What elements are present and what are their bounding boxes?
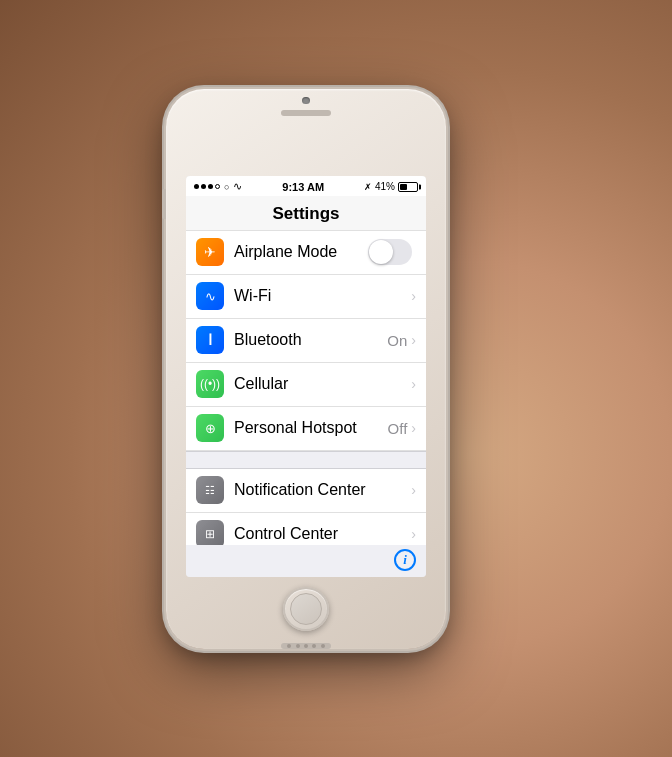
- home-button[interactable]: [283, 587, 329, 631]
- airplane-mode-icon: ✈: [196, 238, 224, 266]
- wifi-icon-glyph: ∿: [205, 289, 216, 304]
- iphone-device: ○ ∿ 9:13 AM ✗ 41% Settings: [166, 89, 446, 649]
- hotspot-row[interactable]: ⊕ Personal Hotspot Off ›: [186, 407, 426, 451]
- bottom-speaker: [281, 643, 331, 649]
- cellular-chevron: ›: [411, 376, 416, 392]
- info-button[interactable]: i: [394, 549, 416, 571]
- hotspot-label: Personal Hotspot: [234, 419, 388, 437]
- wifi-row[interactable]: ∿ Wi-Fi ›: [186, 275, 426, 319]
- notification-icon: ☷: [196, 476, 224, 504]
- signal-dot-1: [194, 184, 199, 189]
- bluetooth-chevron: ›: [411, 332, 416, 348]
- notification-chevron: ›: [411, 482, 416, 498]
- airplane-icon-glyph: ✈: [204, 244, 216, 260]
- status-right: ✗ 41%: [364, 181, 418, 192]
- control-center-row[interactable]: ⊞ Control Center ›: [186, 513, 426, 546]
- hotspot-chevron: ›: [411, 420, 416, 436]
- wifi-label: Wi-Fi: [234, 287, 411, 305]
- control-center-icon-glyph: ⊞: [205, 527, 215, 541]
- wifi-chevron: ›: [411, 288, 416, 304]
- notification-icon-glyph: ☷: [205, 484, 215, 497]
- cellular-row[interactable]: ((•)) Cellular ›: [186, 363, 426, 407]
- page-title: Settings: [186, 196, 426, 231]
- bluetooth-icon-glyph: 𐌉: [208, 331, 212, 349]
- earpiece: [281, 110, 331, 116]
- cellular-label: Cellular: [234, 375, 411, 393]
- bluetooth-label: Bluetooth: [234, 331, 387, 349]
- bluetooth-icon-bg: 𐌉: [196, 326, 224, 354]
- signal-dot-4: [215, 184, 220, 189]
- speaker-holes: [281, 643, 331, 649]
- speaker-hole-5: [321, 644, 325, 648]
- info-icon: i: [403, 552, 407, 568]
- section-divider: [186, 451, 426, 469]
- bluetooth-row[interactable]: 𐌉 Bluetooth On ›: [186, 319, 426, 363]
- battery-percent: 41%: [375, 181, 395, 192]
- airplane-mode-label: Airplane Mode: [234, 243, 368, 261]
- status-bar: ○ ∿ 9:13 AM ✗ 41%: [186, 176, 426, 196]
- notification-center-row[interactable]: ☷ Notification Center ›: [186, 469, 426, 513]
- control-center-icon: ⊞: [196, 520, 224, 545]
- wifi-icon: ∿: [196, 282, 224, 310]
- cellular-icon-glyph: ((•)): [200, 377, 220, 391]
- speaker-hole-1: [287, 644, 291, 648]
- phone-screen: ○ ∿ 9:13 AM ✗ 41% Settings: [186, 176, 426, 578]
- carrier-text: ○: [224, 182, 229, 192]
- status-time: 9:13 AM: [282, 181, 324, 193]
- signal-dot-2: [201, 184, 206, 189]
- bluetooth-value: On: [387, 332, 407, 349]
- front-camera: [302, 97, 310, 105]
- home-button-inner: [290, 593, 322, 625]
- signal-dot-3: [208, 184, 213, 189]
- notification-center-label: Notification Center: [234, 481, 411, 499]
- info-area: i: [186, 545, 426, 577]
- signal-strength: [194, 184, 220, 189]
- airplane-mode-row[interactable]: ✈ Airplane Mode: [186, 231, 426, 275]
- speaker-hole-3: [304, 644, 308, 648]
- battery-indicator: [398, 182, 418, 192]
- cellular-icon: ((•)): [196, 370, 224, 398]
- hotspot-value: Off: [388, 420, 408, 437]
- speaker-hole-2: [296, 644, 300, 648]
- toggle-thumb: [369, 240, 393, 264]
- wifi-status-icon: ∿: [233, 180, 242, 193]
- status-left: ○ ∿: [194, 180, 242, 193]
- speaker-hole-4: [312, 644, 316, 648]
- bluetooth-icon: ✗: [364, 182, 372, 192]
- airplane-mode-toggle[interactable]: [368, 239, 412, 265]
- control-center-label: Control Center: [234, 525, 411, 543]
- hotspot-icon: ⊕: [196, 414, 224, 442]
- control-chevron: ›: [411, 526, 416, 542]
- settings-list: ✈ Airplane Mode ∿ Wi-Fi ›: [186, 231, 426, 546]
- hotspot-icon-glyph: ⊕: [205, 421, 216, 436]
